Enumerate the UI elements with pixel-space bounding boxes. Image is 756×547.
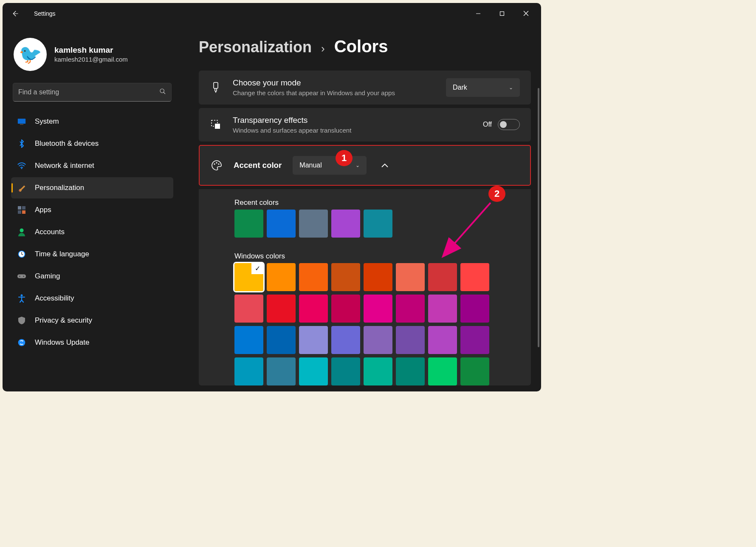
sidebar-item-gaming[interactable]: Gaming [11,266,173,287]
accent-value: Manual [299,162,322,169]
maximize-button[interactable] [490,3,514,24]
content: Personalization › Colors Choose your mod… [178,24,541,391]
sidebar-item-network[interactable]: Network & internet [11,155,173,176]
windows-color-swatch[interactable] [364,295,392,323]
sidebar-item-privacy[interactable]: Privacy & security [11,310,173,331]
sidebar-item-apps[interactable]: Apps [11,199,173,221]
windows-color-swatch[interactable] [299,263,328,291]
windows-color-swatch[interactable]: ✓ [234,263,263,291]
brush-icon [210,82,222,94]
minimize-button[interactable] [466,3,490,24]
transparency-desc: Windows and surfaces appear translucent [233,127,472,134]
svg-rect-12 [17,274,26,278]
svg-rect-17 [214,82,218,88]
scrollbar[interactable] [538,88,539,347]
svg-rect-7 [18,210,21,214]
mode-card[interactable]: Choose your mode Change the colors that … [199,71,531,105]
person-icon [17,227,26,237]
windows-color-swatch[interactable] [299,326,328,354]
sidebar-item-time-language[interactable]: Time & language [11,244,173,265]
checkmark-icon: ✓ [251,263,263,274]
svg-rect-19 [215,124,220,129]
search-input[interactable] [18,88,159,96]
sidebar-item-label: Personalization [35,184,84,192]
windows-color-swatch[interactable] [331,263,360,291]
windows-color-swatch[interactable] [234,326,263,354]
sidebar-item-label: Gaming [35,272,60,281]
accent-dropdown[interactable]: Manual ⌄ [293,156,367,175]
windows-color-swatch[interactable] [364,357,392,385]
windows-color-swatch[interactable] [396,326,425,354]
windows-color-swatch[interactable] [428,326,457,354]
collapse-button[interactable] [378,158,392,173]
breadcrumb-parent[interactable]: Personalization [199,38,312,56]
paintbrush-icon [17,183,26,193]
search-box[interactable] [13,83,172,102]
transparency-icon [210,119,222,130]
accessibility-icon [17,294,26,303]
back-button[interactable] [6,5,24,23]
windows-color-swatch[interactable] [428,357,457,385]
windows-color-swatch[interactable] [299,295,328,323]
windows-color-swatch[interactable] [460,326,489,354]
sidebar-item-accessibility[interactable]: Accessibility [11,288,173,309]
user-name: kamlesh kumar [54,45,128,55]
windows-color-swatch[interactable] [331,295,360,323]
windows-color-swatch[interactable] [396,295,425,323]
recent-color-swatch[interactable] [267,210,296,238]
windows-color-swatch[interactable] [364,263,392,291]
windows-colors-title: Windows colors [234,252,495,261]
windows-color-swatch[interactable] [267,357,296,385]
sidebar-item-label: Accessibility [35,294,74,303]
avatar: 🐦 [14,38,47,71]
sidebar-item-label: System [35,117,59,126]
user-block[interactable]: 🐦 kamlesh kumar kamlesh2011@gmail.com [11,33,173,81]
sidebar-item-system[interactable]: System [11,111,173,132]
windows-color-swatch[interactable] [331,326,360,354]
mode-dropdown[interactable]: Dark ⌄ [446,78,520,97]
windows-color-swatch[interactable] [428,263,457,291]
recent-color-swatch[interactable] [364,210,392,238]
sidebar-item-accounts[interactable]: Accounts [11,221,173,243]
wifi-icon [17,161,26,170]
sidebar-item-label: Apps [35,206,51,214]
windows-color-swatch[interactable] [364,326,392,354]
windows-color-swatch[interactable] [331,357,360,385]
windows-color-swatch[interactable] [396,263,425,291]
accent-title: Accent color [234,161,282,170]
windows-color-swatch[interactable] [267,295,296,323]
windows-color-swatch[interactable] [267,263,296,291]
recent-color-swatch[interactable] [234,210,263,238]
windows-color-swatch[interactable] [234,295,263,323]
close-button[interactable] [514,3,538,24]
search-icon [159,88,166,96]
bird-icon: 🐦 [19,43,42,65]
windows-color-swatch[interactable] [460,263,489,291]
accent-card[interactable]: Accent color 1 Manual ⌄ [199,145,531,186]
recent-color-swatch[interactable] [331,210,360,238]
recent-color-swatch[interactable] [299,210,328,238]
windows-color-swatch[interactable] [428,295,457,323]
windows-color-swatch[interactable] [299,357,328,385]
transparency-toggle[interactable] [498,119,520,130]
sidebar-item-personalization[interactable]: Personalization [11,177,173,198]
windows-color-swatch[interactable] [460,357,489,385]
svg-point-16 [18,339,25,346]
windows-color-swatch[interactable] [234,357,263,385]
sidebar-item-update[interactable]: Windows Update [11,332,173,353]
sidebar-item-label: Privacy & security [35,316,92,325]
svg-point-15 [21,294,23,296]
sidebar: 🐦 kamlesh kumar kamlesh2011@gmail.com Sy… [3,24,178,391]
svg-point-21 [216,162,217,163]
page-title: Colors [334,37,388,56]
windows-color-swatch[interactable] [396,357,425,385]
breadcrumb: Personalization › Colors [199,37,531,56]
windows-color-swatch[interactable] [267,326,296,354]
svg-point-13 [19,275,20,277]
transparency-title: Transparency effects [233,116,472,125]
clock-icon [17,249,26,259]
svg-point-9 [20,228,24,232]
transparency-card[interactable]: Transparency effects Windows and surface… [199,108,531,142]
sidebar-item-bluetooth[interactable]: Bluetooth & devices [11,133,173,154]
windows-color-swatch[interactable] [460,295,489,323]
